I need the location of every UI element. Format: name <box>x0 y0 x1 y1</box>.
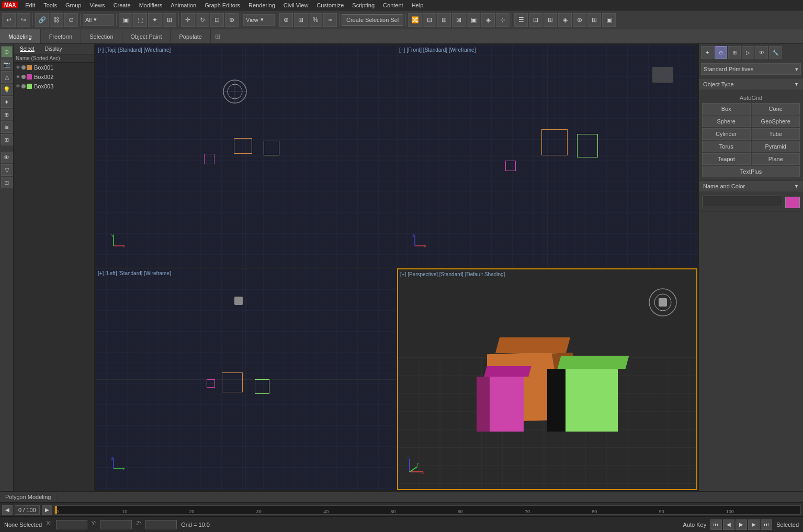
tool-shapes[interactable]: △ <box>1 71 13 83</box>
menu-views[interactable]: Views <box>85 0 109 10</box>
tool-select[interactable]: ⊙ <box>1 46 13 58</box>
select-button[interactable]: ▣ <box>119 13 132 27</box>
scene-object-box001[interactable]: 👁 Box001 <box>14 63 94 72</box>
prim-textplus[interactable]: TextPlus <box>702 166 800 177</box>
menu-create[interactable]: Create <box>109 0 135 10</box>
render-button[interactable]: ⊞ <box>587 13 601 27</box>
poly-modeling-tab[interactable]: Polygon Modeling <box>0 493 56 501</box>
z-coord-input[interactable] <box>145 520 177 529</box>
menu-content[interactable]: Content <box>379 0 408 10</box>
select-header-btn[interactable]: Select <box>16 45 39 53</box>
pb-go-start[interactable]: ⏮ <box>710 519 722 530</box>
primitives-dropdown[interactable]: Standard Primitives ▾ <box>701 63 801 75</box>
tool-eye[interactable]: 👁 <box>1 152 13 163</box>
menu-scripting[interactable]: Scripting <box>348 0 379 10</box>
prim-geosphere[interactable]: GeoSphere <box>752 116 800 127</box>
undo-button[interactable]: ↩ <box>2 13 16 27</box>
percent-snap[interactable]: % <box>309 13 322 27</box>
menu-rendering[interactable]: Rendering <box>244 0 279 10</box>
prim-teapot[interactable]: Teapot <box>702 153 751 165</box>
rect-select-button[interactable]: ⊞ <box>163 13 176 27</box>
layer-button[interactable]: ☰ <box>514 13 528 27</box>
pb-prev-frame[interactable]: ◀ <box>723 519 734 530</box>
unlink-button[interactable]: ⛓ <box>50 13 63 27</box>
place-button[interactable]: ⊕ <box>225 13 239 27</box>
timeline-scrubber[interactable]: 0 10 20 30 40 50 60 70 80 90 100 <box>54 505 801 515</box>
menu-graph-editors[interactable]: Graph Editors <box>200 0 244 10</box>
x-coord-input[interactable] <box>56 520 87 529</box>
tool-particles[interactable]: ✦ <box>1 96 13 108</box>
quick-align-button[interactable]: ⊞ <box>437 13 451 27</box>
prim-plane[interactable]: Plane <box>752 153 800 165</box>
angle-snap[interactable]: ⊞ <box>294 13 308 27</box>
link-button[interactable]: 🔗 <box>35 13 49 27</box>
prim-cone[interactable]: Cone <box>752 103 800 115</box>
menu-tools[interactable]: Tools <box>39 0 61 10</box>
place-highlight-button[interactable]: ▣ <box>467 13 480 27</box>
rp-hierarchy-icon[interactable]: ⊞ <box>728 46 741 59</box>
tab-selection[interactable]: Selection <box>81 29 122 43</box>
mirror-button[interactable]: 🔀 <box>408 13 422 27</box>
name-color-header[interactable]: Name and Color ▼ <box>699 181 803 191</box>
tool-helpers[interactable]: ⊕ <box>1 109 13 120</box>
ribbon-button[interactable]: ⊡ <box>529 13 542 27</box>
rp-modify-icon[interactable]: ⊙ <box>715 46 727 59</box>
scene-object-box002[interactable]: 👁 Box002 <box>14 72 94 82</box>
select-by-name-button[interactable]: ✦ <box>148 13 162 27</box>
view-dropdown[interactable]: View ▾ <box>243 14 275 26</box>
redo-button[interactable]: ↪ <box>17 13 30 27</box>
prim-torus[interactable]: Torus <box>702 141 751 152</box>
tab-freeform[interactable]: Freeform <box>41 29 82 43</box>
align-to-view-button[interactable]: ⊹ <box>496 13 510 27</box>
menu-animation[interactable]: Animation <box>166 0 200 10</box>
menu-help[interactable]: Help <box>408 0 428 10</box>
normal-align-button[interactable]: ⊠ <box>452 13 466 27</box>
display-header-btn[interactable]: Display <box>41 45 66 53</box>
timeline-next-btn[interactable]: ▶ <box>42 505 52 515</box>
menu-customize[interactable]: Customize <box>312 0 348 10</box>
align-button[interactable]: ⊟ <box>423 13 436 27</box>
material-editor-button[interactable]: ◈ <box>558 13 572 27</box>
render-setup-button[interactable]: ⊕ <box>573 13 586 27</box>
prim-cylinder[interactable]: Cylinder <box>702 128 751 140</box>
menu-modifiers[interactable]: Modifiers <box>135 0 167 10</box>
tool-filter[interactable]: ▽ <box>1 164 13 176</box>
tool-systems[interactable]: ⊞ <box>1 134 13 145</box>
schematic-view-button[interactable]: ⊞ <box>544 13 557 27</box>
tab-populate[interactable]: Populate <box>171 29 210 43</box>
menu-edit[interactable]: Edit <box>21 0 39 10</box>
tool-camera[interactable]: 📷 <box>1 59 13 70</box>
create-selection-button[interactable]: Create Selection Sel <box>342 14 403 26</box>
object-type-header[interactable]: Object Type ▼ <box>699 79 803 89</box>
prim-box[interactable]: Box <box>702 103 751 115</box>
viewport-left[interactable]: [+] [Left] [Standard] [Wireframe] Y <box>96 268 396 491</box>
viewport-perspective[interactable]: [+] [Perspective] [Standard] [Default Sh… <box>397 268 697 491</box>
tab-modeling[interactable]: Modeling <box>0 29 41 43</box>
rotate-button[interactable]: ↻ <box>196 13 209 27</box>
color-swatch[interactable] <box>785 197 800 208</box>
tool-spacewarp[interactable]: ≋ <box>1 121 13 133</box>
timeline-prev-btn[interactable]: ◀ <box>2 505 13 515</box>
select-region-button[interactable]: ⬚ <box>133 13 147 27</box>
viewport-top[interactable]: [+] [Top] [Standard] [Wireframe] <box>96 45 396 267</box>
rp-utilities-icon[interactable]: 🔧 <box>769 46 782 59</box>
rp-display-icon[interactable]: 👁 <box>755 46 768 59</box>
prim-tube[interactable]: Tube <box>752 128 800 140</box>
prim-pyramid[interactable]: Pyramid <box>752 141 800 152</box>
tab-object-paint[interactable]: Object Paint <box>122 29 171 43</box>
bind-button[interactable]: ⊙ <box>64 13 78 27</box>
spinner-snap[interactable]: ≈ <box>323 13 337 27</box>
viewport-front[interactable]: [+] [Front] [Standard] [Wireframe] X Z <box>397 45 697 267</box>
prim-sphere[interactable]: Sphere <box>702 116 751 127</box>
scale-button[interactable]: ⊡ <box>210 13 224 27</box>
pb-next-frame[interactable]: ▶ <box>748 519 760 530</box>
rp-create-icon[interactable]: ✦ <box>701 46 714 59</box>
tool-container[interactable]: ⊡ <box>1 177 13 188</box>
align-camera-button[interactable]: ◈ <box>481 13 495 27</box>
move-button[interactable]: ✛ <box>181 13 195 27</box>
pb-play[interactable]: ▶ <box>736 519 747 530</box>
y-coord-input[interactable] <box>100 520 132 529</box>
snap-toggle[interactable]: ⊕ <box>279 13 293 27</box>
filter-dropdown[interactable]: All ▾ <box>83 14 114 26</box>
menu-civil-view[interactable]: Civil View <box>279 0 312 10</box>
